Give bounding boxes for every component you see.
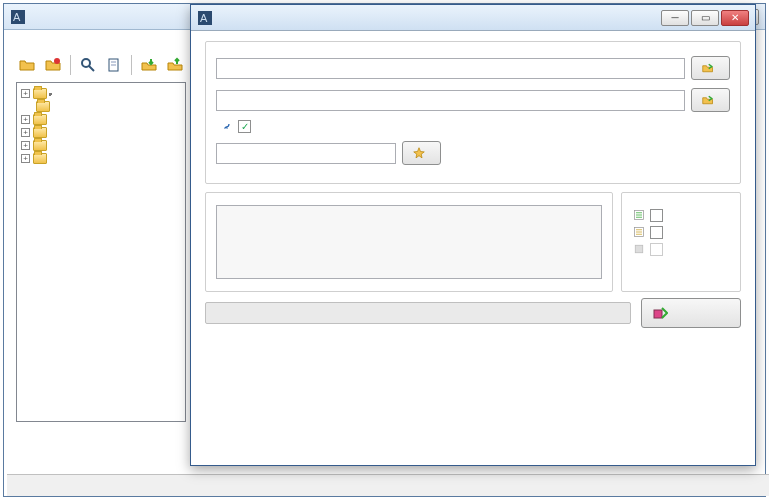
use-parent-checkbox[interactable]: ✓ [238,120,251,133]
svg-point-2 [54,58,60,64]
build-vpk-button[interactable] [641,298,741,328]
tree-item-depot[interactable]: + [21,87,181,100]
folder-icon [36,101,50,112]
compress-checkbox [650,243,663,256]
open-red-icon[interactable] [42,54,64,76]
dialog-maximize-button[interactable]: ▭ [691,10,719,26]
folder-icon [33,88,47,99]
export-icon[interactable] [138,54,160,76]
folder-icon [33,140,47,151]
default-button[interactable] [402,141,441,165]
output-console[interactable] [216,205,602,279]
expander-icon[interactable]: + [21,89,30,98]
browse-output-button[interactable] [691,88,730,112]
compress-icon [632,242,646,256]
tree-item-resource[interactable]: + [21,139,181,152]
folder-arrow-icon [702,62,714,74]
svg-line-4 [89,66,94,71]
document-icon[interactable] [103,54,125,76]
output-dir-field[interactable] [216,90,685,111]
expander-icon[interactable]: + [21,141,30,150]
dialog-window-controls: ─ ▭ ✕ [661,10,749,26]
toolbar-divider-2 [131,55,132,75]
folder-tree[interactable]: + + + + + [16,82,186,422]
tree-item-maps[interactable] [21,100,181,113]
debug-checkbox[interactable] [650,226,663,239]
verbose-checkbox[interactable] [650,209,663,222]
tree-item-models[interactable]: + [21,126,181,139]
import-icon[interactable] [164,54,186,76]
browse-input-button[interactable] [691,56,730,80]
list-green-icon [632,208,646,222]
statusbar [7,474,769,496]
dialog-body: ✓ [191,31,755,338]
star-icon [413,147,425,159]
search-icon[interactable] [77,54,99,76]
dialog-titlebar[interactable]: A ─ ▭ ✕ [191,5,755,31]
vpk-filename-field[interactable] [216,143,396,164]
folder-icon [33,153,47,164]
svg-text:A: A [13,11,21,23]
svg-text:A: A [200,12,208,24]
repacker-dialog: A ─ ▭ ✕ [190,4,756,466]
tree-item-materials[interactable]: + [21,113,181,126]
folder-arrow-icon [702,94,714,106]
svg-rect-13 [654,310,662,318]
options-group [621,192,741,292]
progress-bar [205,302,631,324]
app-icon: A [10,9,26,25]
output-console-group [205,192,613,292]
toolbar-divider [70,55,71,75]
vpk-repacker-group: ✓ [205,41,741,184]
tree-item-shaders[interactable]: + [21,152,181,165]
svg-point-3 [82,59,90,67]
dialog-minimize-button[interactable]: ─ [661,10,689,26]
open-icon[interactable] [16,54,38,76]
package-arrow-icon [652,305,668,321]
expander-icon[interactable]: + [21,115,30,124]
expander-icon[interactable]: + [21,128,30,137]
dialog-close-button[interactable]: ✕ [721,10,749,26]
up-arrow-icon [220,121,232,133]
app-icon: A [197,10,213,26]
list-yellow-icon [632,225,646,239]
expander-icon[interactable]: + [21,154,30,163]
folder-icon [33,127,47,138]
folder-icon [33,114,47,125]
svg-rect-12 [635,245,643,253]
input-folder-field[interactable] [216,58,685,79]
